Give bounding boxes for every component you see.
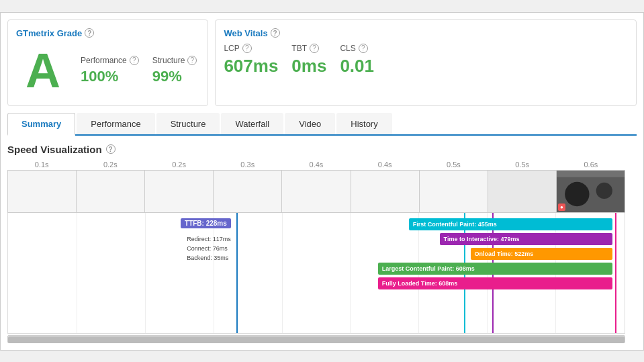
tab-performance[interactable]: Performance <box>77 113 154 134</box>
frame-8 <box>488 171 557 212</box>
ruler-0: 0.1s <box>7 161 76 169</box>
frame-5 <box>282 171 351 212</box>
ttfb-vline <box>236 213 238 333</box>
tab-video[interactable]: Video <box>285 113 335 134</box>
tab-history[interactable]: History <box>336 113 392 134</box>
performance-value: 100% <box>81 68 139 85</box>
tbt-metric: TBT ? 0ms <box>291 44 326 77</box>
fcp-bar: First Contentful Paint: 455ms <box>409 218 612 230</box>
viz-container: 0.1s 0.2s 0.2s 0.3s 0.4s 0.4s 0.5s 0.5s … <box>7 161 637 343</box>
performance-label: Performance <box>81 56 127 65</box>
speed-viz-section: Speed Visualization ? 0.1s 0.2s 0.2s 0.3… <box>7 144 637 343</box>
speed-viz-title: Speed Visualization ? <box>7 144 637 155</box>
onload-bar: Onload Time: 522ms <box>471 248 612 260</box>
web-vitals-help[interactable]: ? <box>271 28 280 38</box>
frame-4 <box>214 171 282 212</box>
svg-point-1 <box>565 181 589 206</box>
tab-summary[interactable]: Summary <box>7 113 75 136</box>
ttfb-details: Redirect: 117ms Connect: 76ms Backend: 3… <box>187 234 231 263</box>
tbt-label: TBT <box>291 44 307 53</box>
grid-5 <box>350 213 351 333</box>
structure-label: Structure <box>152 56 185 65</box>
performance-help[interactable]: ? <box>130 56 139 65</box>
flt-bar: Fully Loaded Time: 608ms <box>378 277 612 289</box>
web-vitals-card: Web Vitals ? LCP ? 607ms TBT ? 0ms <box>215 19 637 106</box>
grade-letter: A <box>26 46 60 95</box>
performance-metric: Performance ? 100% <box>81 56 139 85</box>
ruler-4: 0.4s <box>282 161 351 169</box>
ttfb-connect: Connect: 76ms <box>187 244 231 253</box>
web-vitals-title: Web Vitals <box>224 28 267 38</box>
scrollbar[interactable] <box>7 335 625 343</box>
lcp-value: 607ms <box>224 56 278 77</box>
filmstrip: ● <box>7 170 625 213</box>
frame-3 <box>145 171 214 212</box>
svg-point-2 <box>596 182 612 198</box>
ruler-2: 0.2s <box>144 161 213 169</box>
scrollbar-thumb <box>8 336 625 343</box>
svg-rect-3 <box>557 171 625 177</box>
tab-structure[interactable]: Structure <box>156 113 220 134</box>
gtmetrix-grade-card: GTmetrix Grade ? A Performance ? 100% <box>7 19 208 106</box>
structure-value: 99% <box>152 68 197 85</box>
timeline-ruler: 0.1s 0.2s 0.2s 0.3s 0.4s 0.4s 0.5s 0.5s … <box>7 161 625 169</box>
ruler-1: 0.2s <box>76 161 144 169</box>
cls-metric: CLS ? 0.01 <box>340 44 374 77</box>
vitals-row: LCP ? 607ms TBT ? 0ms CLS ? <box>224 44 628 77</box>
frame-badge: ● <box>558 203 565 211</box>
cls-help[interactable]: ? <box>359 44 368 53</box>
cls-label: CLS <box>340 44 355 53</box>
lcp-bar: Largest Contentful Paint: 608ms <box>378 263 612 275</box>
lcp-label: LCP <box>224 44 239 53</box>
ruler-7: 0.5s <box>488 161 557 169</box>
frame-2 <box>77 171 145 212</box>
frame-1 <box>8 171 77 212</box>
ruler-3: 0.3s <box>214 161 282 169</box>
ruler-5: 0.4s <box>351 161 419 169</box>
lcp-metric: LCP ? 607ms <box>224 44 278 77</box>
ruler-6: 0.5s <box>419 161 488 169</box>
frame-9: ● <box>557 171 625 212</box>
tab-bar: Summary Performance Structure Waterfall … <box>7 113 637 136</box>
grid-2 <box>145 213 146 333</box>
tbt-help[interactable]: ? <box>310 44 319 53</box>
frame-7 <box>420 171 488 212</box>
structure-metric: Structure ? 99% <box>152 56 197 85</box>
gtmetrix-title: GTmetrix Grade <box>16 28 82 38</box>
grid-4 <box>282 213 283 333</box>
speed-viz-help[interactable]: ? <box>106 144 116 154</box>
top-metrics-row: GTmetrix Grade ? A Performance ? 100% <box>7 19 637 106</box>
tti-bar: Time to Interactive: 479ms <box>440 233 612 245</box>
tab-waterfall[interactable]: Waterfall <box>221 113 283 134</box>
ttfb-label: TTFB: 228ms <box>181 218 231 228</box>
gtmetrix-title-help[interactable]: ? <box>85 28 94 38</box>
grid-1 <box>77 213 77 333</box>
grade-box: A <box>16 44 70 97</box>
frame-6 <box>351 171 420 212</box>
grid-3 <box>214 213 214 333</box>
ttfb-backend: Backend: 35ms <box>187 253 231 263</box>
ruler-8: 0.6s <box>557 161 625 169</box>
flt-vline <box>615 213 616 333</box>
waterfall-area: TTFB: 228ms Redirect: 117ms Connect: 76m… <box>7 213 625 334</box>
structure-help[interactable]: ? <box>187 56 197 65</box>
tbt-value: 0ms <box>291 56 326 77</box>
lcp-help[interactable]: ? <box>242 44 252 53</box>
cls-value: 0.01 <box>340 56 374 77</box>
ttfb-redirect: Redirect: 117ms <box>187 234 231 244</box>
